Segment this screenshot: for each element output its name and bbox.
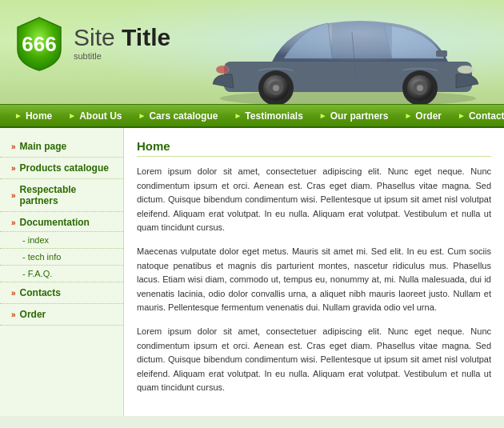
title-word: Title [122, 24, 170, 50]
sidebar-faq-label: - F.A.Q. [22, 269, 52, 278]
svg-point-5 [216, 66, 229, 74]
nav-arrow-cars: ► [138, 111, 146, 120]
svg-text:666: 666 [22, 32, 56, 56]
sidebar-arrow-order: » [11, 310, 16, 319]
nav-home[interactable]: ► Home [6, 110, 60, 122]
nav-cars-label: Cars catalogue [149, 110, 218, 122]
sidebar-arrow-partners: » [11, 191, 16, 200]
content-title: Home [137, 139, 491, 157]
svg-rect-6 [436, 50, 447, 57]
sidebar-products-catalogue[interactable]: » Products catalogue [0, 158, 123, 179]
nav-testimonials[interactable]: ► Testimonials [226, 110, 310, 122]
nav-cars[interactable]: ► Cars catalogue [130, 110, 226, 122]
sidebar-tech-label: - tech info [22, 252, 61, 262]
nav-order-label: Order [415, 110, 442, 122]
nav-arrow-order: ► [404, 111, 412, 120]
sidebar-tech-info[interactable]: - tech info [0, 249, 123, 266]
sidebar-order-label: Order [20, 309, 46, 320]
nav-arrow-about: ► [68, 111, 76, 120]
sidebar-partners-label: Respectable partners [20, 184, 115, 206]
svg-point-10 [417, 85, 423, 91]
svg-point-14 [273, 85, 279, 91]
nav-home-label: Home [26, 110, 52, 122]
nav-contacts-label: Contacts [469, 110, 504, 122]
logo-area: 666 Site Title subtitle [14, 14, 170, 72]
nav-testimonials-label: Testimonials [245, 110, 302, 122]
nav-about-label: About Us [79, 110, 122, 122]
content-para-3: Lorem ipsum dolor sit amet, consectetuer… [137, 325, 491, 395]
nav-arrow-testimonials: ► [234, 111, 242, 120]
sidebar-contacts-label: Contacts [20, 287, 61, 298]
site-title: Site Title [74, 26, 170, 50]
nav-order[interactable]: ► Order [396, 110, 450, 122]
nav-about[interactable]: ► About Us [60, 110, 130, 122]
svg-point-4 [458, 66, 474, 74]
sidebar-arrow-main: » [11, 142, 16, 151]
sidebar-products-label: Products catalogue [20, 162, 109, 174]
sidebar-docs-label: Documentation [20, 217, 90, 228]
header: 666 Site Title subtitle [0, 0, 504, 104]
sidebar-documentation-section: » Documentation [0, 212, 123, 232]
sidebar-main-page[interactable]: » Main page [0, 136, 123, 158]
nav-arrow-partners: ► [319, 111, 327, 120]
car-image [200, 4, 496, 104]
sidebar-arrow-docs: » [11, 218, 16, 227]
sidebar: » Main page » Products catalogue » Respe… [0, 128, 124, 416]
sidebar-arrow-products: » [11, 164, 16, 173]
site-subtitle: subtitle [74, 51, 170, 61]
nav-partners[interactable]: ► Our partners [311, 110, 397, 122]
site-word: Site [74, 24, 122, 50]
nav-arrow-contacts: ► [458, 111, 466, 120]
sidebar-arrow-contacts: » [11, 289, 16, 298]
sidebar-respectable-partners[interactable]: » Respectable partners [0, 179, 123, 212]
logo-badge: 666 [14, 14, 64, 72]
content-para-1: Lorem ipsum dolor sit amet, consectetuer… [137, 165, 491, 235]
svg-point-1 [220, 90, 476, 104]
sidebar-faq[interactable]: - F.A.Q. [0, 266, 123, 282]
navbar: ► Home ► About Us ► Cars catalogue ► Tes… [0, 104, 504, 128]
site-title-area: Site Title subtitle [74, 26, 170, 61]
sidebar-contacts[interactable]: » Contacts [0, 282, 123, 304]
content-area: Home Lorem ipsum dolor sit amet, consect… [124, 128, 504, 416]
content-para-2: Maecenas vulputate dolor eget metus. Mau… [137, 245, 491, 315]
sidebar-index-label: - index [22, 235, 49, 245]
nav-contacts[interactable]: ► Contacts [450, 110, 504, 122]
nav-partners-label: Our partners [330, 110, 389, 122]
sidebar-index[interactable]: - index [0, 232, 123, 249]
sidebar-order[interactable]: » Order [0, 304, 123, 326]
sidebar-main-page-label: Main page [20, 141, 67, 152]
main-area: » Main page » Products catalogue » Respe… [0, 128, 504, 416]
nav-arrow-home: ► [14, 111, 22, 120]
